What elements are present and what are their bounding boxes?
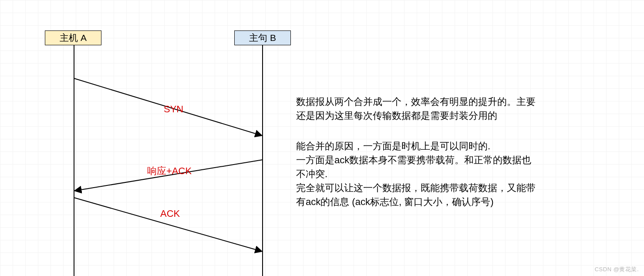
host-b-label: 主句 B [249,32,276,44]
paragraph-1: 数据报从两个合并成一个，效率会有明显的提升的。主要还是因为这里每次传输数据都是需… [296,95,538,123]
label-resp-ack: 响应+ACK [147,165,192,178]
watermark: CSDN @黄花菜. [595,266,639,273]
label-ack: ACK [160,208,180,219]
paragraph-2: 能合并的原因，一方面是时机上是可以同时的. 一方面是ack数据本身不需要携带载荷… [296,139,538,209]
host-a-box: 主机 A [45,30,101,45]
host-a-label: 主机 A [60,32,87,44]
label-syn: SYN [164,104,183,115]
host-b-box: 主句 B [234,30,291,45]
arrow-ack [74,198,261,251]
